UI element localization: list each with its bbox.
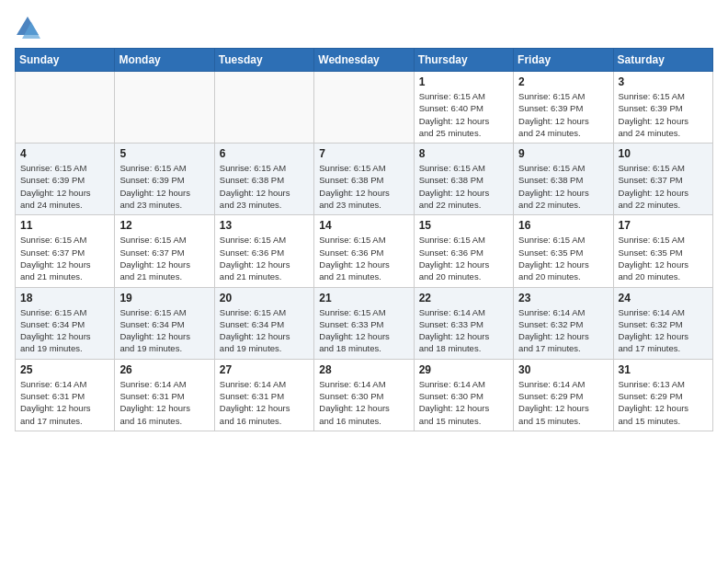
calendar-cell (214, 72, 313, 144)
day-info: Sunrise: 6:14 AM Sunset: 6:32 PM Dayligh… (518, 306, 608, 355)
calendar-week-row: 18Sunrise: 6:15 AM Sunset: 6:34 PM Dayli… (16, 287, 713, 359)
col-header-tuesday: Tuesday (214, 49, 313, 72)
day-info: Sunrise: 6:15 AM Sunset: 6:39 PM Dayligh… (619, 90, 708, 139)
calendar-cell: 16Sunrise: 6:15 AM Sunset: 6:35 PM Dayli… (514, 215, 613, 287)
day-number: 26 (119, 363, 209, 376)
day-number: 30 (518, 363, 608, 376)
day-info: Sunrise: 6:15 AM Sunset: 6:37 PM Dayligh… (619, 162, 708, 211)
day-number: 25 (20, 363, 109, 376)
day-number: 15 (419, 219, 508, 232)
day-number: 29 (419, 363, 508, 376)
day-info: Sunrise: 6:14 AM Sunset: 6:30 PM Dayligh… (319, 378, 408, 427)
day-info: Sunrise: 6:15 AM Sunset: 6:35 PM Dayligh… (518, 234, 608, 282)
day-info: Sunrise: 6:14 AM Sunset: 6:31 PM Dayligh… (220, 378, 309, 427)
day-number: 16 (518, 219, 608, 232)
day-info: Sunrise: 6:15 AM Sunset: 6:34 PM Dayligh… (220, 306, 309, 355)
day-number: 6 (220, 147, 309, 160)
day-info: Sunrise: 6:15 AM Sunset: 6:38 PM Dayligh… (319, 162, 408, 211)
day-info: Sunrise: 6:15 AM Sunset: 6:37 PM Dayligh… (119, 234, 209, 282)
page-header (15, 15, 713, 40)
calendar-cell: 17Sunrise: 6:15 AM Sunset: 6:35 PM Dayli… (613, 215, 712, 287)
day-number: 4 (20, 147, 109, 160)
day-number: 21 (319, 292, 408, 304)
calendar-cell: 15Sunrise: 6:15 AM Sunset: 6:36 PM Dayli… (414, 215, 513, 287)
col-header-monday: Monday (115, 49, 214, 72)
day-info: Sunrise: 6:14 AM Sunset: 6:33 PM Dayligh… (419, 306, 508, 355)
calendar-cell: 30Sunrise: 6:14 AM Sunset: 6:29 PM Dayli… (514, 359, 613, 431)
day-number: 1 (419, 75, 508, 88)
calendar-week-row: 25Sunrise: 6:14 AM Sunset: 6:31 PM Dayli… (16, 359, 713, 431)
calendar-table: SundayMondayTuesdayWednesdayThursdayFrid… (15, 48, 713, 431)
day-number: 7 (319, 147, 408, 160)
calendar-cell: 5Sunrise: 6:15 AM Sunset: 6:39 PM Daylig… (115, 144, 214, 215)
calendar-cell: 25Sunrise: 6:14 AM Sunset: 6:31 PM Dayli… (16, 359, 115, 431)
day-number: 22 (419, 292, 508, 304)
calendar-cell: 22Sunrise: 6:14 AM Sunset: 6:33 PM Dayli… (414, 287, 513, 359)
calendar-cell: 6Sunrise: 6:15 AM Sunset: 6:38 PM Daylig… (214, 144, 313, 215)
day-info: Sunrise: 6:15 AM Sunset: 6:38 PM Dayligh… (419, 162, 508, 211)
calendar-cell (115, 72, 214, 144)
day-number: 18 (20, 292, 109, 304)
calendar-cell: 11Sunrise: 6:15 AM Sunset: 6:37 PM Dayli… (16, 215, 115, 287)
day-number: 12 (119, 219, 209, 232)
day-number: 8 (419, 147, 508, 160)
day-info: Sunrise: 6:15 AM Sunset: 6:33 PM Dayligh… (319, 306, 408, 355)
day-info: Sunrise: 6:15 AM Sunset: 6:36 PM Dayligh… (319, 234, 408, 282)
calendar-cell: 2Sunrise: 6:15 AM Sunset: 6:39 PM Daylig… (514, 72, 613, 144)
col-header-saturday: Saturday (613, 49, 712, 72)
day-info: Sunrise: 6:15 AM Sunset: 6:38 PM Dayligh… (518, 162, 608, 211)
calendar-cell (16, 72, 115, 144)
day-info: Sunrise: 6:15 AM Sunset: 6:34 PM Dayligh… (119, 306, 209, 355)
day-number: 19 (119, 292, 209, 304)
calendar-cell: 1Sunrise: 6:15 AM Sunset: 6:40 PM Daylig… (414, 72, 513, 144)
calendar-cell: 27Sunrise: 6:14 AM Sunset: 6:31 PM Dayli… (214, 359, 313, 431)
day-info: Sunrise: 6:15 AM Sunset: 6:40 PM Dayligh… (419, 90, 508, 139)
calendar-cell: 14Sunrise: 6:15 AM Sunset: 6:36 PM Dayli… (314, 215, 414, 287)
calendar-cell: 31Sunrise: 6:13 AM Sunset: 6:29 PM Dayli… (613, 359, 712, 431)
calendar-cell: 29Sunrise: 6:14 AM Sunset: 6:30 PM Dayli… (414, 359, 513, 431)
day-number: 31 (619, 363, 708, 376)
calendar-week-row: 1Sunrise: 6:15 AM Sunset: 6:40 PM Daylig… (16, 72, 713, 144)
day-number: 9 (518, 147, 608, 160)
day-number: 10 (619, 147, 708, 160)
day-info: Sunrise: 6:14 AM Sunset: 6:29 PM Dayligh… (518, 378, 608, 427)
day-number: 20 (220, 292, 309, 304)
day-number: 17 (619, 219, 708, 232)
calendar-cell: 18Sunrise: 6:15 AM Sunset: 6:34 PM Dayli… (16, 287, 115, 359)
day-info: Sunrise: 6:13 AM Sunset: 6:29 PM Dayligh… (619, 378, 708, 427)
day-info: Sunrise: 6:15 AM Sunset: 6:38 PM Dayligh… (220, 162, 309, 211)
calendar-header-row: SundayMondayTuesdayWednesdayThursdayFrid… (16, 49, 713, 72)
calendar-cell: 24Sunrise: 6:14 AM Sunset: 6:32 PM Dayli… (613, 287, 712, 359)
calendar-cell: 9Sunrise: 6:15 AM Sunset: 6:38 PM Daylig… (514, 144, 613, 215)
calendar-week-row: 11Sunrise: 6:15 AM Sunset: 6:37 PM Dayli… (16, 215, 713, 287)
day-number: 2 (518, 75, 608, 88)
day-info: Sunrise: 6:15 AM Sunset: 6:35 PM Dayligh… (619, 234, 708, 282)
day-number: 27 (220, 363, 309, 376)
day-info: Sunrise: 6:15 AM Sunset: 6:34 PM Dayligh… (20, 306, 109, 355)
day-info: Sunrise: 6:15 AM Sunset: 6:36 PM Dayligh… (220, 234, 309, 282)
calendar-cell: 21Sunrise: 6:15 AM Sunset: 6:33 PM Dayli… (314, 287, 414, 359)
day-number: 11 (20, 219, 109, 232)
day-info: Sunrise: 6:15 AM Sunset: 6:39 PM Dayligh… (20, 162, 109, 211)
calendar-cell: 4Sunrise: 6:15 AM Sunset: 6:39 PM Daylig… (16, 144, 115, 215)
calendar-cell: 23Sunrise: 6:14 AM Sunset: 6:32 PM Dayli… (514, 287, 613, 359)
day-info: Sunrise: 6:15 AM Sunset: 6:39 PM Dayligh… (518, 90, 608, 139)
day-info: Sunrise: 6:14 AM Sunset: 6:32 PM Dayligh… (619, 306, 708, 355)
calendar-cell: 10Sunrise: 6:15 AM Sunset: 6:37 PM Dayli… (613, 144, 712, 215)
calendar-cell: 12Sunrise: 6:15 AM Sunset: 6:37 PM Dayli… (115, 215, 214, 287)
col-header-thursday: Thursday (414, 49, 513, 72)
day-number: 24 (619, 292, 708, 304)
day-info: Sunrise: 6:15 AM Sunset: 6:36 PM Dayligh… (419, 234, 508, 282)
col-header-sunday: Sunday (16, 49, 115, 72)
day-number: 28 (319, 363, 408, 376)
col-header-friday: Friday (514, 49, 613, 72)
calendar-cell: 26Sunrise: 6:14 AM Sunset: 6:31 PM Dayli… (115, 359, 214, 431)
calendar-cell: 20Sunrise: 6:15 AM Sunset: 6:34 PM Dayli… (214, 287, 313, 359)
col-header-wednesday: Wednesday (314, 49, 414, 72)
day-number: 14 (319, 219, 408, 232)
logo (15, 15, 44, 40)
day-info: Sunrise: 6:15 AM Sunset: 6:37 PM Dayligh… (20, 234, 109, 282)
day-number: 13 (220, 219, 309, 232)
calendar-cell: 28Sunrise: 6:14 AM Sunset: 6:30 PM Dayli… (314, 359, 414, 431)
logo-icon (15, 15, 40, 40)
